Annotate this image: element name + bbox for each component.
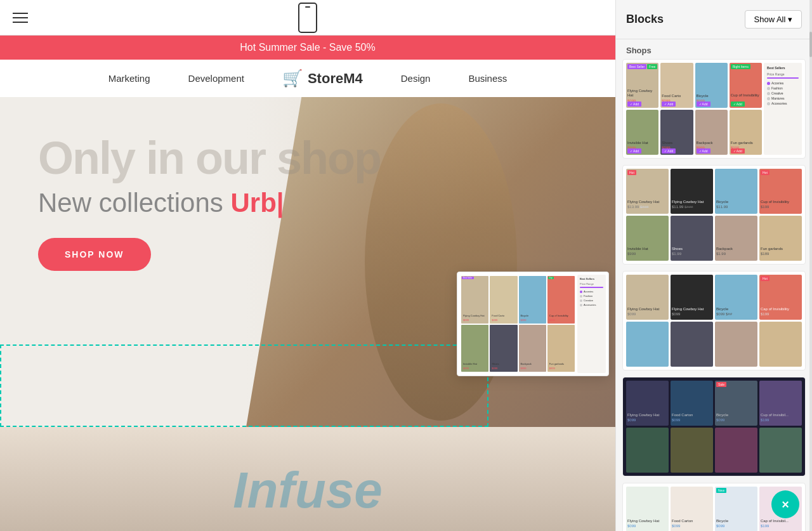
- panel-title: Blocks: [626, 13, 664, 26]
- close-icon: ×: [782, 497, 789, 512]
- hero-cursor: |: [277, 188, 284, 218]
- panel-section-shops: Shops: [616, 39, 812, 59]
- scrollbar-thumb[interactable]: [809, 32, 812, 57]
- shop-block-2[interactable]: Hot Flying Cowboy Hat $13.99 $### Flying…: [622, 165, 806, 265]
- announcement-text: Hot Summer Sale - Save 50%: [240, 42, 375, 53]
- scrollbar[interactable]: [809, 0, 812, 531]
- site-content: Hot Summer Sale - Save 50% Marketing Dev…: [0, 36, 615, 531]
- shop-now-button[interactable]: SHOP NOW: [38, 238, 151, 271]
- hero-subtitle-text: New collections: [38, 188, 230, 218]
- shop-block-1[interactable]: Best Seller Free Flying Cowboy Hat $099 …: [622, 59, 806, 159]
- hero-highlight: Urb: [230, 188, 276, 218]
- logo-cart-icon: 🛒: [282, 69, 303, 88]
- hero-subtitle: New collections Urb|: [38, 187, 577, 219]
- nav-item-design[interactable]: Design: [401, 73, 431, 84]
- panel-scroll-area[interactable]: Best Seller Free Flying Cowboy Hat $099 …: [616, 59, 812, 531]
- nav-item-marketing[interactable]: Marketing: [108, 73, 150, 84]
- hero-title: Only in our shop: [38, 135, 577, 181]
- announcement-bar: Hot Summer Sale - Save 50%: [0, 36, 615, 60]
- nav-item-business[interactable]: Business: [468, 73, 507, 84]
- panel-header: Blocks Show All ▾: [616, 0, 812, 39]
- hero-section: Only in our shop New collections Urb| SH…: [0, 97, 615, 427]
- mobile-preview-icon[interactable]: [298, 3, 317, 33]
- hamburger-menu[interactable]: [13, 13, 28, 23]
- nav-item-development[interactable]: Development: [188, 73, 244, 84]
- close-button[interactable]: ×: [771, 490, 799, 518]
- preview-area: Hot Summer Sale - Save 50% Marketing Dev…: [0, 0, 615, 531]
- red-shirt-section: Infuse: [0, 427, 615, 531]
- red-shirt-text: Infuse: [233, 461, 383, 520]
- shop-block-4[interactable]: Flying Cowboy Hat $099 Food Carton $099 …: [622, 377, 806, 476]
- site-logo[interactable]: 🛒 StoreM4: [282, 69, 363, 88]
- show-all-button[interactable]: Show All ▾: [745, 10, 802, 29]
- toolbar: [0, 0, 615, 36]
- shop-thumbnail-overlay: Best Seller Flying Cowboy Hat $099 Food …: [457, 272, 609, 376]
- logo-text: StoreM4: [308, 70, 363, 87]
- site-navigation: Marketing Development 🛒 StoreM4 Design B…: [0, 60, 615, 97]
- right-panel: Blocks Show All ▾ Shops Best Seller Free…: [615, 0, 812, 531]
- shop-block-3[interactable]: Flying Cowboy Hat $099 Flying Cowboy Hat…: [622, 271, 806, 370]
